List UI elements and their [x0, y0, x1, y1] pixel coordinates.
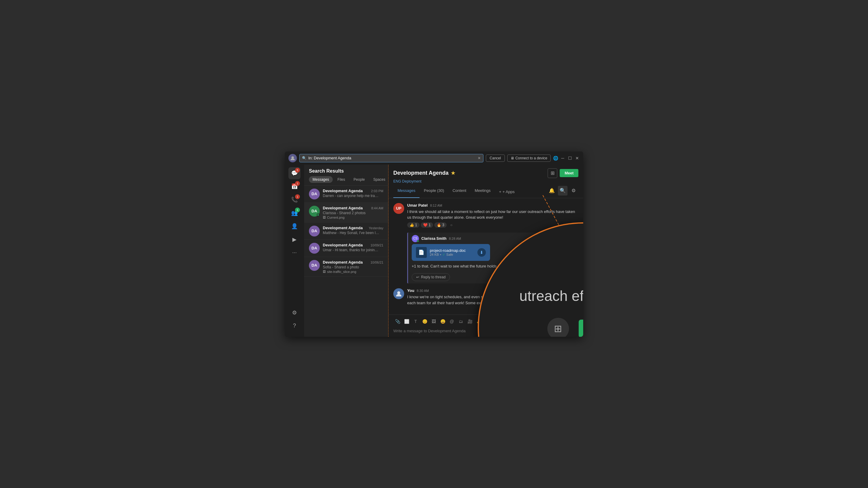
filter-tabs: Messages Files People Spaces ≡ [309, 176, 383, 183]
close-button[interactable]: ✕ [575, 156, 580, 161]
reaction-more[interactable]: ○ [448, 222, 455, 228]
sidebar-item-help[interactable]: ? [288, 320, 301, 332]
settings-icon-btn[interactable]: ⚙ [569, 186, 578, 195]
result-name: Development Agenda [323, 206, 363, 210]
file-info: project-roadmap.doc 24 KB • ✓ Safe [430, 248, 474, 257]
sidebar-item-contacts[interactable]: 👤 [288, 220, 301, 232]
reaction-thumbs[interactable]: 👍 1 [407, 222, 420, 228]
reply-to-thread-button[interactable]: ↩ Reply to thread [412, 273, 450, 281]
search-input[interactable] [308, 156, 476, 160]
doc-icon: 📄 [416, 247, 427, 258]
result-file: 🖼 Current.png [323, 216, 383, 219]
result-preview: Matthew - Hey Sonali, I've been looking … [323, 231, 380, 235]
window-controls: 🌐 ─ ☐ ✕ [553, 156, 580, 161]
image-button[interactable]: 🖼 [430, 317, 438, 326]
file-name: project-roadmap.doc [430, 248, 474, 253]
result-avatar: DA [309, 206, 320, 217]
result-avatar: DA [309, 243, 320, 254]
filter-messages[interactable]: Messages [309, 176, 333, 183]
add-apps-button[interactable]: + + Apps [495, 186, 519, 198]
clear-search-icon[interactable]: ✕ [478, 156, 481, 160]
message-sender: Umar Patel [407, 203, 428, 207]
list-item[interactable]: DA Development Agenda Yesterday Matthew … [304, 223, 388, 240]
edge-icon: 🌐 [553, 156, 558, 161]
separator: • [440, 253, 441, 256]
result-name: Development Agenda [323, 260, 363, 264]
reaction-heart[interactable]: ❤️ 1 [421, 222, 433, 228]
sidebar-bottom: ⚙ ? [288, 307, 301, 334]
sidebar-item-calls[interactable]: 📞 1 [288, 194, 301, 206]
file-meta: 24 KB • ✓ Safe [430, 253, 474, 257]
reaction-fire[interactable]: 🔥 3 [434, 222, 447, 228]
result-top: Development Agenda 8:44 AM [323, 206, 383, 210]
result-name: Development Agenda [323, 226, 363, 230]
message-text: I think we should all take a moment to r… [407, 209, 578, 221]
plus-icon: + [499, 190, 501, 194]
title-bar: 🔍 ✕ Cancel 🖥 Connect to a device 🌐 ─ ☐ ✕ [285, 152, 583, 165]
result-body: Development Agenda 8:44 AM Clarissa - Sh… [323, 206, 383, 219]
star-icon[interactable]: ★ [451, 170, 455, 176]
search-icon-btn[interactable]: 🔍 [558, 186, 567, 195]
sidebar-item-calendar[interactable]: 📅 1 [288, 181, 301, 193]
monitor-icon: 🖥 [510, 156, 514, 160]
tab-meetings[interactable]: Meetings [470, 186, 495, 198]
result-file: 🖼 site-traffic_slice.png [323, 270, 383, 273]
connect-device-button[interactable]: 🖥 Connect to a device [507, 155, 551, 162]
notifications-icon-btn[interactable]: 🔔 [547, 186, 557, 195]
result-top: Development Agenda 10/09/21 [323, 243, 383, 247]
sidebar-item-people[interactable]: 👥 1 [288, 207, 301, 219]
sidebar-item-chat[interactable]: 💬 5 [288, 167, 301, 179]
meet-button[interactable]: Meet [560, 169, 578, 177]
mention-button[interactable]: @ [447, 317, 456, 326]
tab-content[interactable]: Content [448, 186, 470, 198]
file-icon-sm: 🖼 [323, 270, 326, 273]
chat-header-actions: ⊞ Meet [548, 168, 578, 178]
quoted-avatar: CS [412, 235, 419, 242]
user-avatar[interactable] [288, 154, 297, 162]
add-icon: ⊞ [554, 323, 562, 334]
result-name: Development Agenda [323, 189, 363, 193]
video-button[interactable]: 🎥 [466, 317, 474, 326]
sticker-button[interactable]: 😄 [438, 317, 447, 326]
file-button[interactable]: 🗂 [457, 317, 465, 326]
sidebar-item-settings[interactable]: ⚙ [288, 307, 301, 319]
zoom-icons-row: ⊞ Meet [547, 318, 583, 337]
cancel-button[interactable]: Cancel [486, 155, 505, 162]
calendar-badge: 1 [295, 181, 300, 186]
add-zoom-button[interactable]: ⊞ [547, 318, 569, 337]
attach-button[interactable]: 📎 [393, 317, 402, 326]
filter-people[interactable]: People [350, 176, 368, 183]
file-icon-sm: 🖼 [323, 216, 326, 219]
tab-people[interactable]: People (30) [420, 186, 448, 198]
list-item[interactable]: DA Development Agenda 8:44 AM Clarissa -… [304, 203, 388, 223]
sidebar-item-more[interactable]: ··· [288, 247, 301, 259]
message-avatar: UP [393, 203, 404, 214]
list-item[interactable]: DA Development Agenda 2:03 PM Darren - c… [304, 186, 388, 203]
people-badge: 1 [295, 207, 300, 213]
filter-files[interactable]: Files [334, 176, 349, 183]
format-button[interactable]: ⬜ [402, 317, 411, 326]
safe-badge: ✓ [442, 253, 445, 257]
list-item[interactable]: DA Development Agenda 10/09/21 Umar - Hi… [304, 240, 388, 257]
message-avatar [393, 288, 404, 299]
filter-spaces[interactable]: Spaces [370, 176, 389, 183]
chat-badge: 5 [295, 168, 300, 173]
text-button[interactable]: T [411, 317, 420, 326]
list-item[interactable]: DA Development Agenda 10/06/21 Sofia - S… [304, 257, 388, 277]
online-dot [417, 240, 419, 242]
search-results-header: Search Results Messages Files People Spa… [304, 165, 388, 186]
meet-zoom-button[interactable]: Meet [579, 320, 583, 337]
emoji-button[interactable]: 😊 [421, 317, 429, 326]
chat-title: Development Agenda ★ [393, 170, 455, 176]
tab-messages[interactable]: Messages [393, 186, 420, 198]
search-bar[interactable]: 🔍 ✕ [299, 154, 484, 162]
chat-subtitle: ENG Deployment [393, 179, 578, 184]
result-top: Development Agenda Yesterday [323, 226, 383, 230]
sidebar-item-power-apps[interactable]: ▶ [288, 233, 301, 246]
minimize-button[interactable]: ─ [560, 156, 565, 161]
maximize-button[interactable]: ☐ [567, 156, 572, 161]
search-results-panel: Search Results Messages Files People Spa… [304, 165, 389, 337]
snapshot-button[interactable]: ⊞ [548, 168, 557, 178]
result-preview: Clarissa - Shared 2 photos [323, 211, 380, 215]
result-body: Development Agenda 10/06/21 Sofia - Shar… [323, 260, 383, 273]
